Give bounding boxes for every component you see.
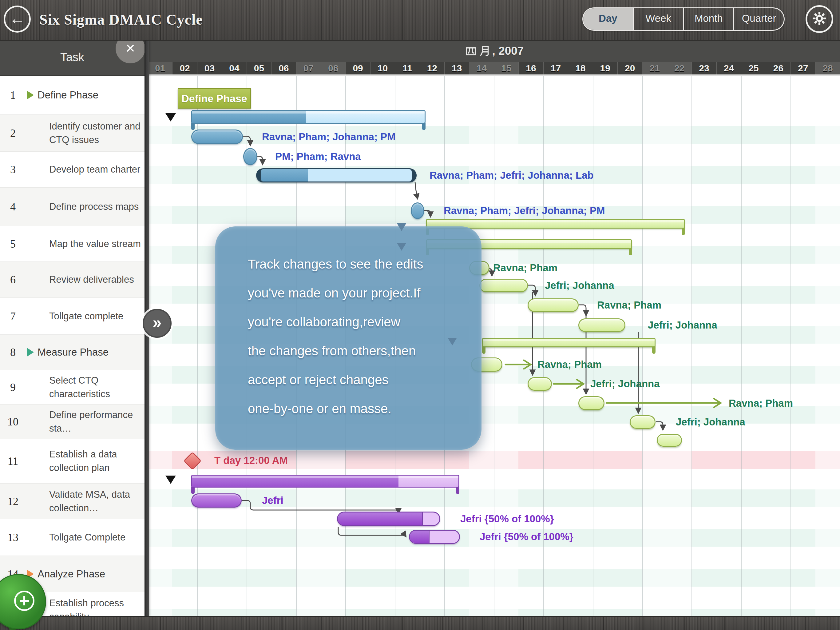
bar-green-task-3[interactable]: [578, 318, 625, 332]
day-20: 20: [617, 62, 642, 74]
column-separator: [26, 188, 26, 226]
task-row-12[interactable]: 12Validate MSA, data collection…: [0, 484, 145, 519]
task-row-8[interactable]: 8Measure Phase: [0, 335, 145, 370]
bar-green-task-8[interactable]: [657, 434, 682, 446]
bar-label-define-process-maps: Ravna; Pham; Jefri; Johanna; Lab: [429, 169, 594, 181]
task-label: Define Phase: [38, 88, 142, 102]
bar-green-task-5[interactable]: [527, 377, 552, 391]
bar-label-green-task-2: Ravna; Pham: [597, 299, 662, 311]
task-row-3[interactable]: 3Develop team charter: [0, 152, 145, 188]
bar-purple-task-3[interactable]: [409, 530, 460, 544]
column-separator: [26, 152, 26, 187]
month-label: , 2007: [148, 40, 840, 62]
bar-green-task-1[interactable]: [479, 279, 528, 292]
add-icon: [14, 590, 35, 611]
day-07: 07: [296, 62, 321, 74]
bar-define-process-maps[interactable]: [256, 168, 417, 182]
kanji-month: [479, 45, 491, 57]
task-row-13[interactable]: 13Tollgate Complete: [0, 519, 145, 556]
tooltip-line: Track changes to see the edits: [248, 226, 457, 279]
day-23: 23: [692, 62, 716, 74]
task-row-2[interactable]: 2Identify customer and CTQ issues: [0, 115, 145, 152]
tooltip-line: accept or reject changes: [248, 366, 457, 394]
column-separator: [26, 115, 26, 151]
collapse-triangle-define[interactable]: [166, 113, 176, 122]
day-16: 16: [518, 62, 543, 74]
bar-label-purple-task-2: Jefri {50% of 100%}: [460, 513, 554, 525]
day-26: 26: [766, 62, 791, 74]
column-separator: [26, 439, 26, 483]
gantt-app: ← Six Sigma DMAIC Cycle DayWeekMonthQuar…: [0, 0, 840, 630]
bar-label-green-task-4: Ravna; Pham: [537, 359, 602, 370]
bar-purple-task-2[interactable]: [337, 511, 440, 526]
task-row-10[interactable]: 10Define performance sta…: [0, 405, 145, 439]
task-list-panel: Task × 1Define Phase2Identify customer a…: [0, 40, 145, 616]
bar-green-task-6[interactable]: [578, 396, 605, 410]
change-marker-icon: [397, 223, 406, 231]
phase-tag: Define Phase: [178, 88, 251, 109]
bar-green-task-7[interactable]: [630, 415, 655, 429]
task-label: Review deliverables: [49, 273, 141, 287]
bar-label-map-value-stream: Ravna; Pham; Jefri; Johanna; PM: [444, 205, 605, 217]
bar-develop-charter[interactable]: [243, 148, 257, 165]
bar-validate-msa[interactable]: [191, 494, 242, 508]
view-option-quarter[interactable]: Quarter: [733, 8, 784, 30]
task-label: Analyze Phase: [38, 567, 142, 581]
day-15: 15: [494, 62, 518, 74]
view-option-week[interactable]: Week: [633, 8, 683, 30]
task-label: Define performance sta…: [49, 408, 141, 435]
task-label: Tollgate complete: [49, 309, 141, 323]
task-label: Establish a data collection plan: [49, 448, 141, 475]
task-label: Map the value stream: [49, 237, 141, 251]
bar-identify-customer[interactable]: [191, 130, 243, 144]
tooltip-line: you're collaborating,review: [248, 308, 457, 337]
column-separator: [26, 370, 26, 404]
phase-expand-icon[interactable]: [27, 91, 34, 99]
task-row-5[interactable]: 5Map the value stream: [0, 226, 145, 262]
tooltip-line: one-by-one or en masse.: [248, 394, 457, 423]
tooltip-line: the changes from others,then: [248, 337, 457, 366]
bar-measure2-summary[interactable]: [191, 475, 459, 488]
task-number: 1: [0, 75, 26, 114]
task-row-6[interactable]: 6Review deliverables: [0, 262, 145, 298]
column-separator: [26, 226, 26, 261]
day-05: 05: [246, 62, 271, 74]
chevron-double-right-icon[interactable]: »: [143, 309, 172, 338]
kanji-four: [465, 45, 477, 57]
bar-map-value-stream[interactable]: [411, 203, 424, 219]
phase-expand-icon[interactable]: [27, 348, 34, 356]
task-rows: 1Define Phase2Identify customer and CTQ …: [0, 75, 145, 616]
back-button[interactable]: ←: [4, 6, 31, 33]
bar-green-task-2[interactable]: [527, 298, 579, 312]
task-row-9[interactable]: 9Select CTQ characteristics: [0, 370, 145, 405]
task-row-11[interactable]: 11Establish a data collection plan: [0, 439, 145, 484]
day-08: 08: [321, 62, 345, 74]
day-17: 17: [543, 62, 568, 74]
column-separator: [26, 298, 26, 334]
settings-button[interactable]: [805, 5, 833, 33]
column-separator: [26, 519, 26, 556]
bar-label-develop-charter: PM; Pham; Ravna: [275, 151, 361, 162]
task-label: Establish process capability: [49, 597, 141, 616]
day-12: 12: [420, 62, 444, 74]
view-option-month[interactable]: Month: [683, 8, 734, 30]
task-row-1[interactable]: 1Define Phase: [0, 75, 145, 115]
timeline-bottom-strip: [148, 74, 840, 76]
task-row-4[interactable]: 4Define process maps: [0, 188, 145, 226]
task-number: 8: [0, 335, 26, 370]
day-28: 28: [815, 62, 840, 74]
bar-label-green-task-1: Jefri; Johanna: [545, 280, 614, 291]
day-01: 01: [148, 62, 172, 74]
task-label: Tollgate Complete: [49, 531, 141, 544]
tooltip-line: you've made on your project.If: [248, 279, 457, 308]
bar-define-summary[interactable]: [191, 110, 426, 123]
collapse-triangle-measure2[interactable]: [166, 476, 176, 484]
day-25: 25: [741, 62, 766, 74]
task-number: 12: [0, 484, 26, 519]
task-row-7[interactable]: 7Tollgate complete: [0, 298, 145, 335]
task-panel-header: Task ×: [0, 40, 145, 76]
view-option-day[interactable]: Day: [583, 8, 633, 30]
day-13: 13: [444, 62, 469, 74]
bar-measure-summary[interactable]: [482, 338, 655, 347]
column-separator: [26, 484, 26, 519]
